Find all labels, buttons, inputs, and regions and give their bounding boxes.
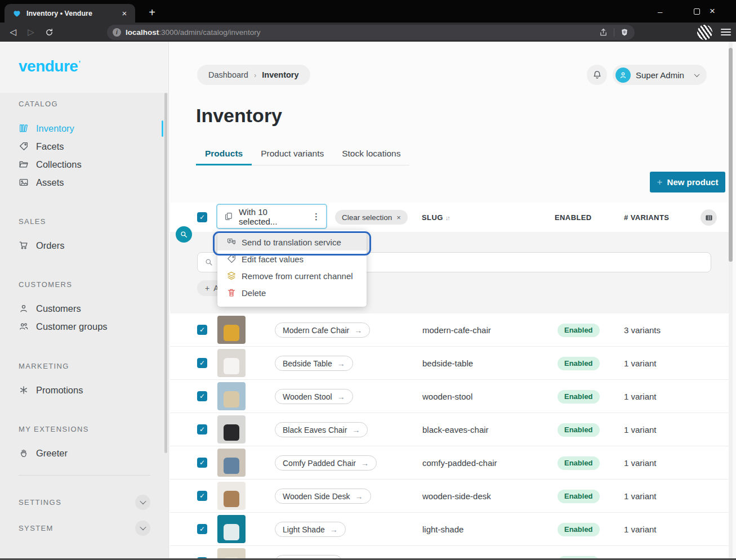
row-checkbox[interactable]: ✓ — [197, 524, 207, 534]
sidebar-section-system[interactable]: SYSTEM — [19, 518, 150, 538]
variant-count: 1 variant — [624, 491, 657, 501]
folder-icon — [19, 159, 29, 169]
product-thumbnail — [217, 415, 246, 443]
tab-product-variants[interactable]: Product variants — [252, 145, 333, 165]
window-maximize-button[interactable] — [684, 0, 710, 23]
page-scrollbar-thumb[interactable] — [729, 48, 733, 262]
brave-shield-icon[interactable] — [620, 28, 629, 37]
sidebar-item-facets[interactable]: Facets — [19, 138, 64, 155]
sidebar-item-inventory[interactable]: Inventory — [19, 120, 74, 137]
table-row-wooden-stool[interactable]: ✓ Wooden Stool→ wooden-stool Enabled 1 v… — [170, 380, 729, 413]
row-checkbox[interactable]: ✓ — [197, 325, 207, 335]
product-name-chip[interactable]: Black Eaves Chair→ — [275, 422, 368, 437]
arrow-right-icon: → — [337, 392, 345, 401]
browser-tab[interactable]: Inventory • Vendure × — [5, 4, 135, 23]
share-icon[interactable] — [599, 28, 608, 37]
table-row-modern-cafe-chair[interactable]: ✓ Modern Cafe Chair→ modern-cafe-chair E… — [170, 313, 729, 347]
table-row-wooden-side-desk[interactable]: ✓ Wooden Side Desk→ wooden-side-desk Ena… — [170, 480, 729, 513]
new-tab-button[interactable]: + — [144, 5, 160, 20]
tab-title: Inventory • Vendure — [26, 10, 119, 17]
select-all-checkbox[interactable]: ✓ — [197, 212, 207, 222]
menu-item-remove-from-channel[interactable]: Remove from current channel — [217, 267, 367, 284]
product-name-chip[interactable]: Bedside Table→ — [275, 356, 353, 371]
product-slug: bedside-table — [422, 359, 473, 368]
user-menu[interactable]: Super Admin — [613, 65, 707, 85]
sidebar-item-orders[interactable]: Orders — [19, 237, 64, 254]
column-settings-button[interactable] — [701, 209, 717, 226]
product-name-chip[interactable]: Wooden Side Desk→ — [275, 489, 371, 504]
sidebar-item-customers[interactable]: Customers — [19, 300, 81, 317]
columns-icon — [704, 213, 713, 222]
window-minimize-button[interactable]: – — [658, 0, 684, 23]
tab-stock-locations[interactable]: Stock locations — [333, 145, 409, 165]
divider — [614, 28, 614, 37]
reload-icon[interactable] — [40, 28, 58, 37]
site-info-icon[interactable]: i — [113, 28, 121, 37]
vendure-logo[interactable]: vendure’ — [19, 57, 81, 75]
sidebar-item-promotions[interactable]: Promotions — [19, 382, 83, 398]
product-thumbnail — [217, 515, 246, 543]
table-row-bedside-table[interactable]: ✓ Bedside Table→ bedside-table Enabled 1… — [170, 347, 729, 380]
row-checkbox[interactable]: ✓ — [197, 391, 207, 401]
column-header-slug[interactable]: SLUG↓↑ — [422, 213, 449, 222]
search-icon — [204, 258, 213, 267]
status-badge: Enabled — [557, 423, 600, 437]
product-name-chip[interactable]: Modern Cafe Chair→ — [275, 322, 370, 338]
browser-profile-avatar[interactable] — [697, 25, 712, 40]
bulk-actions-button[interactable]: With 10 selected... ⋮ — [216, 204, 327, 229]
star-icon — [19, 385, 29, 395]
row-checkbox[interactable]: ✓ — [197, 424, 207, 434]
column-header-variants[interactable]: # VARIANTS — [624, 213, 669, 222]
settings-expand-button[interactable] — [135, 495, 150, 510]
tab-products[interactable]: Products — [196, 145, 252, 165]
table-row-black-eaves-chair[interactable]: ✓ Black Eaves Chair→ black-eaves-chair E… — [170, 413, 729, 446]
breadcrumb[interactable]: Dashboard › Inventory — [197, 65, 310, 85]
new-product-button[interactable]: + New product — [650, 172, 725, 192]
sidebar-section-settings[interactable]: SETTINGS — [19, 492, 150, 512]
sidebar-item-customer-groups[interactable]: Customer groups — [19, 318, 108, 335]
system-expand-button[interactable] — [135, 521, 150, 536]
product-name-chip[interactable]: Comfy Padded Chair→ — [275, 455, 377, 471]
product-slug: light-shade — [422, 525, 463, 534]
sidebar-item-assets[interactable]: Assets — [19, 174, 64, 191]
sidebar-item-greeter[interactable]: Greeter — [19, 445, 68, 462]
vendure-admin-app: vendure’ CATALOG Inventory Facets Collec… — [0, 42, 736, 558]
product-name-chip[interactable]: Light Shade→ — [275, 522, 346, 537]
product-name-chip[interactable]: Wooden Stool→ — [275, 389, 353, 404]
tab-close-icon[interactable]: × — [119, 8, 130, 18]
row-checkbox[interactable]: ✓ — [197, 358, 207, 368]
quick-search-button[interactable] — [176, 226, 192, 243]
table-row-comfy-padded-chair[interactable]: ✓ Comfy Padded Chair→ comfy-padded-chair… — [170, 446, 729, 480]
sidebar-item-collections[interactable]: Collections — [19, 156, 82, 173]
menu-item-send-to-translation[interactable]: Send to translation service — [217, 234, 367, 250]
notifications-button[interactable] — [587, 65, 607, 85]
column-header-enabled[interactable]: ENABLED — [555, 213, 592, 222]
variant-count: 1 variant — [624, 392, 657, 401]
kebab-icon[interactable]: ⋮ — [312, 212, 320, 222]
table-body: ✓ Modern Cafe Chair→ modern-cafe-chair E… — [170, 313, 729, 558]
back-icon[interactable]: ◁ — [4, 27, 22, 37]
arrow-right-icon: → — [337, 359, 345, 368]
close-icon[interactable]: × — [396, 213, 401, 222]
product-slug: black-eaves-chair — [422, 425, 489, 434]
row-checkbox[interactable]: ✓ — [197, 458, 207, 468]
page-scrollbar[interactable] — [729, 42, 733, 558]
url-bar[interactable]: i localhost :3000/admin/catalog/inventor… — [107, 25, 635, 40]
forward-icon[interactable]: ▷ — [22, 27, 40, 37]
browser-menu-icon[interactable] — [721, 26, 731, 38]
sidebar-scrollbar[interactable] — [164, 93, 167, 453]
menu-item-edit-facet-values[interactable]: Edit facet values — [217, 250, 367, 267]
product-thumbnail — [217, 316, 246, 344]
plus-icon: + — [657, 177, 663, 188]
breadcrumb-dashboard[interactable]: Dashboard — [208, 70, 248, 79]
table-row-light-shade[interactable]: ✓ Light Shade→ light-shade Enabled 1 var… — [170, 513, 729, 546]
product-slug: wooden-side-desk — [422, 491, 491, 501]
status-badge: Enabled — [557, 523, 600, 536]
menu-item-delete[interactable]: Delete — [217, 284, 367, 301]
search-icon — [180, 230, 188, 239]
table-row-partial[interactable]: ✓ Enabled — [170, 546, 729, 558]
clear-selection-chip[interactable]: Clear selection × — [335, 210, 408, 225]
window-close-button[interactable]: × — [710, 0, 735, 23]
row-checkbox[interactable]: ✓ — [197, 491, 207, 501]
sort-icon[interactable]: ↓↑ — [445, 214, 449, 221]
